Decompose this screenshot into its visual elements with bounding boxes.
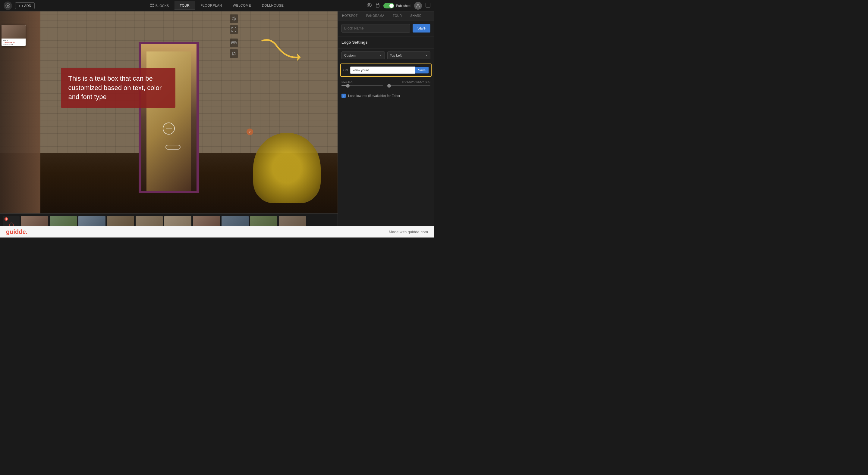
panel-tab-panorama[interactable]: PANORAMA (362, 11, 389, 20)
scene-bg: This is a text box that can be customize… (0, 11, 338, 213)
url-input-wrapper: Save (350, 67, 429, 74)
logo-type-dropdown[interactable]: Custom ▼ (341, 52, 385, 59)
block-name-input[interactable] (341, 24, 410, 33)
app-logo[interactable] (4, 1, 12, 10)
panel-tabs: HOTSPOT PANORAMA TOUR SHARE (338, 11, 434, 21)
size-label: SIZE (1X) (341, 80, 353, 83)
logo-settings-title: Logo Settings (338, 36, 434, 48)
transparency-thumb[interactable] (387, 84, 391, 88)
mute-button[interactable] (230, 14, 238, 23)
svg-rect-4 (153, 6, 154, 7)
viewer-scene: This is a text box that can be customize… (0, 11, 338, 213)
contact-photo (1, 25, 26, 38)
publish-toggle[interactable]: Published (383, 3, 410, 8)
url-input[interactable] (350, 67, 415, 74)
size-slider[interactable] (341, 85, 383, 86)
viewer-controls (230, 14, 238, 58)
size-thumb[interactable] (346, 84, 350, 88)
right-panel: HOTSPOT PANORAMA TOUR SHARE Save Logo Se… (338, 11, 434, 238)
checkbox-label: Load low-res (if available) for Editor (348, 94, 400, 98)
footer-tagline: Made with guidde.com (389, 230, 428, 234)
transparency-label: TRANSPARENCY (0%) (402, 80, 430, 83)
svg-point-7 (417, 4, 419, 6)
tab-welcome[interactable]: WELCOME (227, 1, 256, 10)
lock-icon[interactable] (375, 2, 380, 9)
contact-need-to: Need to (3, 39, 24, 41)
save-button-main[interactable]: Save (412, 24, 430, 33)
panel-tab-hotspot[interactable]: HOTSPOT (338, 11, 362, 20)
contact-card[interactable]: Need to CLAIRE SMITH +13456756574 (1, 25, 26, 46)
fullscreen-button[interactable] (230, 25, 238, 34)
share-icon[interactable] (426, 3, 430, 9)
size-track (341, 85, 383, 86)
contact-info: Need to CLAIRE SMITH +13456756574 (1, 38, 26, 46)
panel-tab-share[interactable]: SHARE (406, 11, 426, 20)
panel-tab-tour[interactable]: TOUR (389, 11, 406, 20)
transparency-slider[interactable] (389, 85, 431, 86)
nav-left: + + ADD (4, 1, 35, 10)
footer: guidde. Made with guidde.com (0, 226, 434, 238)
info-icon[interactable]: i (247, 129, 253, 135)
svg-rect-3 (150, 6, 152, 7)
block-name-row: Save (338, 21, 434, 36)
url-row: ON Save (342, 65, 430, 75)
hotspot-circle (165, 145, 181, 149)
footer-logo: guidde. (6, 229, 27, 235)
tab-dollhouse[interactable]: DOLLHOUSE (256, 1, 289, 10)
user-avatar[interactable] (414, 2, 422, 10)
url-save-button[interactable]: Save (415, 67, 429, 73)
svg-point-13 (234, 42, 236, 43)
contact-phone: +13456756574 (3, 43, 24, 45)
blocks-tab-label: BLOCKS (156, 4, 169, 7)
main-area: This is a text box that can be customize… (0, 11, 434, 238)
svg-rect-1 (150, 4, 152, 5)
url-on-label: ON (343, 69, 348, 72)
crosshair (163, 123, 175, 135)
nav-right: Published (367, 2, 430, 10)
rotate-button[interactable] (230, 49, 238, 58)
footer-logo-text: guidde. (6, 229, 27, 235)
blocks-grid-icon (150, 4, 154, 8)
svg-rect-6 (376, 4, 379, 7)
svg-rect-2 (153, 4, 154, 5)
logo-type-row: Custom ▼ Top Left ▼ (338, 48, 434, 62)
top-nav: + + ADD BLOCKS TOUR FLOORPLAN WELCOME DO… (0, 0, 434, 11)
svg-point-5 (368, 4, 370, 6)
notification-badge: 9 (4, 217, 8, 220)
panorama-viewer[interactable]: This is a text box that can be customize… (0, 11, 338, 238)
sliders-row (341, 85, 430, 86)
tab-floorplan[interactable]: FLOORPLAN (195, 1, 227, 10)
plus-icon: + (19, 4, 20, 7)
published-label: Published (396, 4, 410, 7)
eye-icon[interactable] (367, 3, 372, 8)
url-highlight-container: ON Save (340, 64, 432, 77)
checkbox-row: ✓ Load low-res (if available) for Editor (338, 90, 434, 101)
door-frame (138, 42, 199, 193)
flowers (253, 133, 321, 203)
add-button[interactable]: + + ADD (15, 2, 35, 9)
vr-button[interactable] (230, 38, 238, 47)
chevron-down-icon-2: ▼ (425, 54, 428, 57)
position-dropdown[interactable]: Top Left ▼ (387, 52, 431, 59)
overlay-text: This is a text box that can be customize… (68, 75, 161, 101)
add-label: + ADD (22, 4, 31, 7)
save-label: Save (417, 26, 426, 30)
svg-point-12 (232, 42, 234, 43)
tab-blocks[interactable]: BLOCKS (145, 1, 175, 10)
logo-type-value: Custom (344, 54, 355, 57)
lowres-checkbox[interactable]: ✓ (341, 94, 346, 98)
slider-labels: SIZE (1X) TRANSPARENCY (0%) (341, 80, 430, 83)
chevron-down-icon: ▼ (380, 54, 382, 57)
slider-section: SIZE (1X) TRANSPARENCY (0%) (338, 78, 434, 90)
url-save-label: Save (418, 68, 426, 72)
section-title-text: Logo Settings (341, 40, 368, 44)
nav-center: BLOCKS TOUR FLOORPLAN WELCOME DOLLHOUSE (145, 1, 289, 10)
transparency-track (389, 85, 431, 86)
text-overlay-box: This is a text box that can be customize… (61, 68, 176, 108)
toggle-switch[interactable] (383, 3, 394, 8)
svg-rect-8 (426, 3, 430, 7)
position-value: Top Left (390, 54, 402, 57)
tab-tour[interactable]: TOUR (174, 1, 195, 10)
